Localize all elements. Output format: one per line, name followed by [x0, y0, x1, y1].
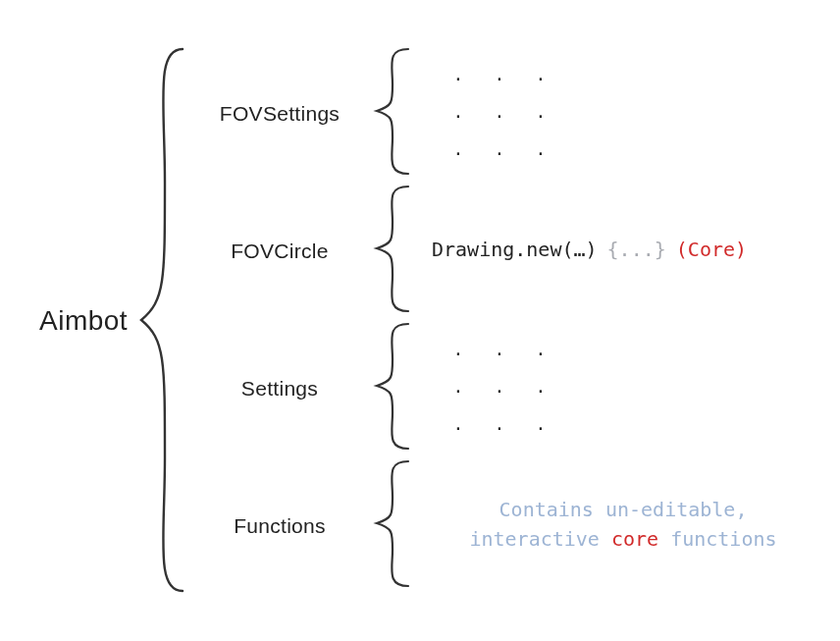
dot: .	[453, 101, 464, 122]
brace-functions	[371, 457, 416, 590]
dot: .	[536, 138, 547, 159]
dot: .	[495, 413, 505, 434]
root-brace	[135, 45, 194, 595]
functions-line2-before: interactive	[469, 527, 611, 551]
brace-fovcircle	[371, 183, 416, 315]
brace-fovsettings	[371, 45, 416, 178]
child-label-fovsettings: FOVSettings	[196, 102, 363, 126]
dot: .	[536, 64, 547, 84]
dot-grid: ... ... ...	[438, 331, 561, 443]
child-label-functions: Functions	[196, 514, 363, 538]
child-label-settings: Settings	[196, 377, 363, 401]
dot: .	[453, 339, 464, 359]
dot: .	[453, 376, 464, 397]
fovcircle-code: Drawing.new(…)	[432, 238, 598, 261]
fovcircle-tag: (Core)	[676, 238, 747, 261]
dot-grid: ... ... ...	[438, 56, 561, 168]
dot: .	[495, 64, 505, 84]
dot: .	[536, 339, 547, 359]
content-fovcircle: Drawing.new(…) {...} (Core)	[432, 183, 814, 315]
content-functions: Contains un-editable, interactive core f…	[432, 457, 814, 590]
content-settings: ... ... ...	[432, 320, 814, 453]
dot: .	[495, 376, 505, 397]
dot: .	[495, 138, 505, 159]
fovcircle-braces: {...}	[607, 238, 666, 261]
structure-diagram: Aimbot FOVSettings FOVCircle Settings Fu…	[0, 0, 840, 641]
root-label: Aimbot	[39, 0, 128, 641]
brace-settings	[371, 320, 416, 453]
child-label-fovcircle: FOVCircle	[196, 240, 363, 263]
dot: .	[453, 413, 464, 434]
content-fovsettings: ... ... ...	[432, 45, 814, 178]
dot: .	[536, 413, 547, 434]
child-labels-column: FOVSettings FOVCircle Settings Functions	[196, 45, 363, 595]
functions-description: Contains un-editable, interactive core f…	[432, 495, 814, 554]
dot: .	[453, 64, 464, 84]
functions-core-word: core	[611, 527, 658, 551]
functions-line1: Contains un-editable,	[499, 498, 748, 521]
dot: .	[495, 339, 505, 359]
dot: .	[453, 138, 464, 159]
root-label-text: Aimbot	[39, 305, 128, 337]
dot: .	[536, 101, 547, 122]
dot: .	[495, 101, 505, 122]
functions-line2-after: functions	[658, 527, 776, 551]
dot: .	[536, 376, 547, 397]
